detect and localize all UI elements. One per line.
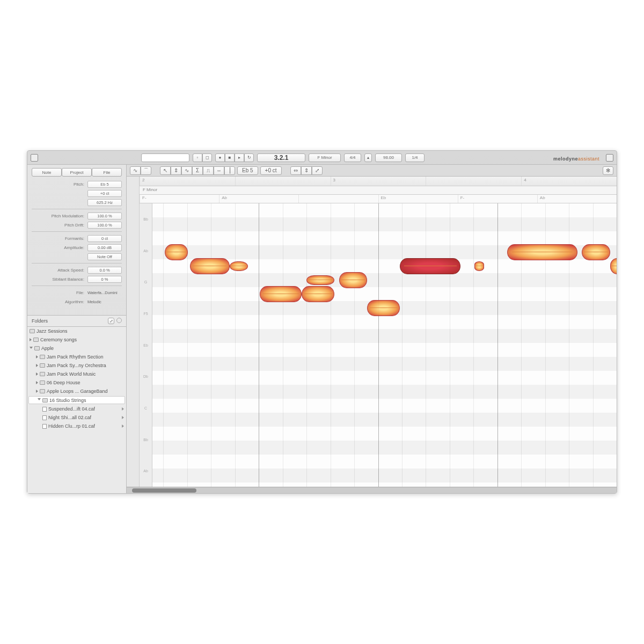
tab-project[interactable]: Project: [62, 168, 92, 177]
record-icon[interactable]: ●: [215, 153, 225, 162]
tree-item[interactable]: Jam Pack Rhythm Section: [27, 353, 126, 361]
tool-formants-icon[interactable]: Σ: [192, 166, 203, 175]
note-blob[interactable]: [610, 258, 617, 274]
settings-button[interactable]: [606, 154, 613, 162]
tree-item[interactable]: Jazz Sessions: [27, 327, 126, 335]
prop-value[interactable]: Note Off: [87, 253, 122, 260]
chevron-right-icon[interactable]: [122, 416, 124, 419]
prop-value[interactable]: +0 ct: [87, 190, 122, 197]
tool-separation-icon[interactable]: ⎮: [224, 166, 235, 175]
expand-icon[interactable]: [30, 338, 32, 341]
note-blob[interactable]: [260, 286, 302, 302]
expand-icon[interactable]: [36, 381, 38, 384]
volume-slider[interactable]: [141, 153, 189, 162]
sidebar-tabs[interactable]: Note Project File: [32, 168, 122, 177]
tab-file[interactable]: File: [92, 168, 122, 177]
tool-scroll-h-icon[interactable]: ⇔: [290, 166, 301, 175]
chevron-right-icon[interactable]: [122, 425, 124, 428]
tree-item[interactable]: Ceremony songs: [27, 335, 126, 344]
zoom-controls[interactable]: ▫ ◻: [193, 153, 212, 162]
metronome-icon[interactable]: ▴: [364, 153, 372, 162]
prop-value[interactable]: 625.2 Hz: [87, 199, 122, 206]
tempo-display[interactable]: 98.00: [375, 153, 402, 162]
h-scrollbar[interactable]: [127, 487, 617, 493]
folders-refresh-icon[interactable]: [116, 318, 122, 323]
key-display[interactable]: F Minor: [309, 153, 341, 162]
tool-scroll-v-icon[interactable]: ⇕: [301, 166, 312, 175]
prop-value[interactable]: 0 %: [87, 276, 122, 283]
tool-amplitude-icon[interactable]: ⎍: [203, 166, 214, 175]
tree-label: 06 Deep House: [47, 380, 80, 385]
position-display[interactable]: 3.2.1: [257, 153, 305, 162]
tool-pitch-icon[interactable]: ⇕: [171, 166, 181, 175]
note-blob[interactable]: [367, 300, 400, 316]
tree-label: Jam Pack World Music: [47, 371, 96, 377]
tool-zoom-icon[interactable]: ⤢: [312, 166, 323, 175]
bar-ruler[interactable]: 234: [140, 177, 617, 186]
prop-value[interactable]: 0.0 %: [87, 267, 122, 274]
note-grid[interactable]: BbAbGF5EbDbCBbAb: [140, 203, 617, 487]
tree-item[interactable]: 16 Studio Strings: [28, 396, 125, 404]
tree-item[interactable]: Apple Loops ... GarageBand: [27, 387, 126, 396]
note-blob[interactable]: [190, 258, 230, 274]
tool-modulation-icon[interactable]: ∿: [181, 166, 192, 175]
expand-icon[interactable]: [36, 372, 38, 376]
folders-label: Folders: [32, 318, 48, 324]
loop-icon[interactable]: ↻: [244, 153, 254, 162]
tree-item[interactable]: Hidden Clu...rp 01.caf: [27, 422, 126, 430]
tab-note[interactable]: Note: [32, 168, 62, 177]
timesig-display[interactable]: 4/4: [344, 153, 361, 162]
tree-item[interactable]: Night Shi...all 02.caf: [27, 413, 126, 422]
tool-cents-field[interactable]: +0 ct: [260, 166, 282, 175]
folders-collapse-icon[interactable]: ⤢: [108, 318, 114, 324]
h-scroll-thumb[interactable]: [132, 488, 196, 493]
expand-icon[interactable]: [38, 398, 41, 402]
expand-icon[interactable]: [36, 364, 38, 367]
file-icon: [42, 424, 47, 429]
folder-tree[interactable]: Jazz SessionsCeremony songsAppleJam Pack…: [27, 327, 126, 493]
note-blob[interactable]: [507, 244, 577, 260]
note-blob[interactable]: [339, 272, 367, 288]
sidebar: Note Project File Pitch:Eb 5+0 ct625.2 H…: [27, 165, 127, 493]
tree-item[interactable]: 06 Deep House: [27, 378, 126, 387]
zoom-in-icon[interactable]: ◻: [202, 153, 212, 162]
snap-display[interactable]: 1/4: [405, 153, 425, 162]
chord-bar[interactable]: F-AbEbF-Ab: [140, 195, 617, 203]
tool-settings-icon[interactable]: ✻: [603, 166, 613, 175]
expand-icon[interactable]: [30, 347, 33, 350]
tool-arc-icon[interactable]: ⌒: [141, 166, 151, 175]
prop-value[interactable]: 100.0 %: [87, 213, 122, 219]
prop-value[interactable]: 0.00 dB: [87, 244, 122, 251]
stop-icon[interactable]: ■: [225, 153, 235, 162]
tree-item[interactable]: Suspended...ift 04.caf: [27, 405, 126, 413]
note-blob[interactable]: [306, 275, 334, 285]
note-blob[interactable]: [230, 261, 248, 271]
play-icon[interactable]: ▸: [235, 153, 244, 162]
prop-value[interactable]: Eb 5: [87, 181, 122, 188]
expand-icon[interactable]: [36, 390, 38, 393]
play-controls[interactable]: ● ■ ▸ ↻: [215, 153, 254, 162]
note-blob[interactable]: [400, 258, 460, 274]
key-bar[interactable]: F Minor: [140, 186, 617, 195]
zoom-out-icon[interactable]: ▫: [193, 153, 202, 162]
folder-icon: [40, 355, 45, 359]
tool-pointer-icon[interactable]: ↖: [160, 166, 171, 175]
tool-pitch-field[interactable]: Eb 5: [237, 166, 258, 175]
note-blob[interactable]: [474, 261, 484, 271]
tool-timing-icon[interactable]: ↔: [214, 166, 224, 175]
expand-icon[interactable]: [36, 355, 38, 358]
prop-value[interactable]: 0 ct: [87, 235, 122, 242]
tool-curve-icon[interactable]: ∿: [130, 166, 141, 175]
chevron-right-icon[interactable]: [122, 407, 124, 411]
tree-item[interactable]: Apple: [27, 344, 126, 353]
app-window: ▫ ◻ ● ■ ▸ ↻ 3.2.1 F Minor 4/4 ▴ 98.00 1/…: [27, 150, 617, 494]
prop-value[interactable]: 100.0 %: [87, 222, 122, 229]
topbar: ▫ ◻ ● ■ ▸ ↻ 3.2.1 F Minor 4/4 ▴ 98.00 1/…: [27, 151, 617, 165]
note-blob[interactable]: [582, 244, 610, 260]
tree-item[interactable]: Jam Pack World Music: [27, 370, 126, 378]
prop-label: Attack Speed:: [32, 268, 87, 273]
note-blob[interactable]: [302, 286, 334, 302]
menu-button[interactable]: [31, 154, 38, 162]
tree-item[interactable]: Jam Pack Sy...ny Orchestra: [27, 361, 126, 370]
note-blob[interactable]: [165, 244, 188, 260]
